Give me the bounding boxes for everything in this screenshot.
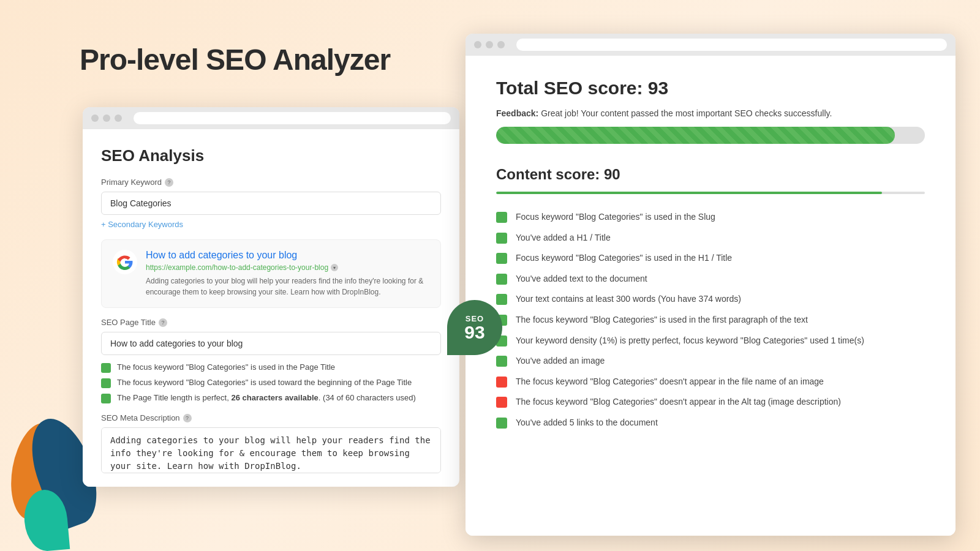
content-score-progress-fill — [496, 192, 882, 194]
seo-page-title-input[interactable] — [101, 332, 441, 355]
seo-analysis-title: SEO Analysis — [101, 146, 441, 165]
right-check-6: The focus keyword "Blog Categories" is u… — [496, 314, 925, 326]
right-check-11: You've added 5 links to the document — [496, 417, 925, 429]
google-logo-icon — [113, 250, 137, 274]
right-check-box-1 — [496, 212, 507, 223]
check-item-3: The Page Title length is perfect, 26 cha… — [101, 393, 441, 403]
right-check-box-10 — [496, 397, 507, 408]
content-checks-list: Focus keyword "Blog Categories" is used … — [496, 211, 925, 429]
browser-dot-r1 — [474, 41, 481, 48]
total-score-progress-bar — [496, 127, 925, 144]
primary-keyword-info-icon[interactable]: ? — [165, 178, 173, 187]
feedback-text: Feedback: Great job! Your content passed… — [496, 108, 925, 118]
right-check-box-2 — [496, 233, 507, 244]
check-item-1: The focus keyword "Blog Categories" is u… — [101, 362, 441, 373]
right-check-box-5 — [496, 294, 507, 305]
browser-dot-r2 — [486, 41, 493, 48]
right-check-2: You've added a H1 / Title — [496, 232, 925, 244]
browser-dot-3 — [115, 114, 122, 122]
browser-content-right: Total SEO score: 93 Feedback: Great job!… — [466, 56, 956, 536]
url-info-icon: ▾ — [331, 264, 338, 271]
seo-meta-description-label: SEO Meta Description ? — [101, 413, 441, 422]
right-check-box-9 — [496, 377, 507, 388]
total-score-title: Total SEO score: 93 — [496, 78, 925, 99]
right-check-10: The focus keyword "Blog Categories" does… — [496, 396, 925, 408]
right-browser-window: Total SEO score: 93 Feedback: Great job!… — [466, 34, 956, 536]
right-check-3: Focus keyword "Blog Categories" is used … — [496, 252, 925, 264]
browser-dot-1 — [91, 114, 99, 122]
right-check-box-3 — [496, 253, 507, 264]
browser-content-left: SEO Analysis Primary Keyword ? + Seconda… — [83, 129, 459, 487]
browser-titlebar-right — [466, 34, 956, 56]
right-check-box-8 — [496, 356, 507, 367]
google-preview-title: How to add categories to your blog — [146, 250, 429, 261]
check-box-green-2 — [101, 378, 111, 388]
right-check-7: Your keyword density (1%) is pretty perf… — [496, 335, 925, 347]
primary-keyword-input[interactable] — [101, 192, 441, 215]
right-check-1: Focus keyword "Blog Categories" is used … — [496, 211, 925, 223]
right-check-box-11 — [496, 418, 507, 429]
browser-addressbar-left — [134, 112, 451, 124]
seo-meta-description-input[interactable]: Adding categories to your blog will help… — [101, 427, 441, 473]
primary-keyword-label: Primary Keyword ? — [101, 178, 441, 187]
google-preview-content: How to add categories to your blog https… — [146, 250, 429, 298]
check-box-green-1 — [101, 363, 111, 373]
browser-dot-2 — [103, 114, 110, 122]
left-browser-window: SEO Analysis Primary Keyword ? + Seconda… — [83, 107, 459, 487]
right-check-8: You've added an image — [496, 355, 925, 367]
seo-badge-score: 93 — [464, 323, 484, 342]
right-check-box-4 — [496, 274, 507, 285]
page-title: Pro-level SEO Analyzer — [80, 43, 390, 77]
content-score-progress-bar — [496, 192, 925, 194]
google-preview-description: Adding categories to your blog will help… — [146, 276, 429, 298]
google-preview: How to add categories to your blog https… — [101, 239, 441, 308]
seo-score-badge: SEO 93 — [447, 300, 502, 355]
right-check-5: Your text contains at least 300 words (Y… — [496, 293, 925, 305]
browser-titlebar-left — [83, 107, 459, 129]
browser-addressbar-right — [516, 39, 947, 51]
content-score-title: Content score: 90 — [496, 166, 925, 183]
seo-page-title-info-icon[interactable]: ? — [159, 318, 167, 327]
right-check-4: You've added text to the document — [496, 273, 925, 285]
right-check-9: The focus keyword "Blog Categories" does… — [496, 376, 925, 388]
seo-meta-desc-info-icon[interactable]: ? — [183, 414, 192, 422]
google-preview-url: https://example.com/how-to-add-categorie… — [146, 263, 429, 272]
page-title-checks: The focus keyword "Blog Categories" is u… — [101, 362, 441, 403]
total-score-progress-fill — [496, 127, 895, 144]
browser-dot-r3 — [497, 41, 505, 48]
seo-page-title-label: SEO Page Title ? — [101, 318, 441, 327]
secondary-keywords-link[interactable]: + Secondary Keywords — [101, 220, 183, 229]
check-item-2: The focus keyword "Blog Categories" is u… — [101, 378, 441, 388]
check-box-green-3 — [101, 394, 111, 403]
